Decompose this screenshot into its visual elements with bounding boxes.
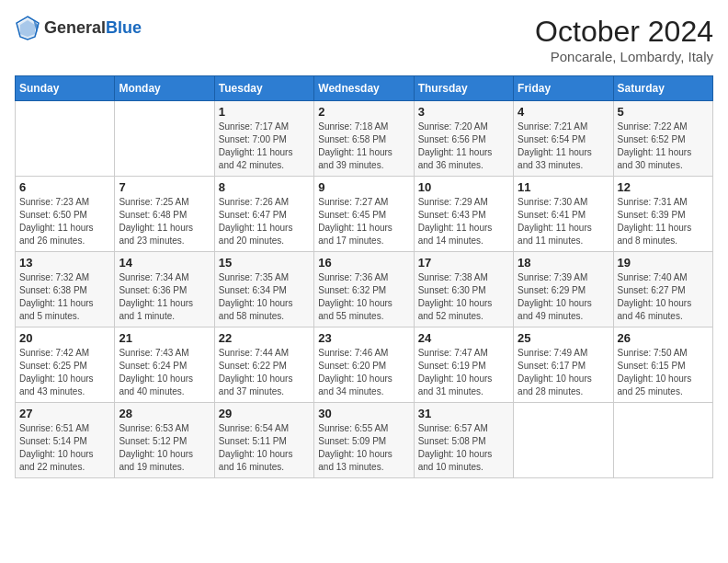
calendar-cell: 1Sunrise: 7:17 AM Sunset: 7:00 PM Daylig… [214, 101, 313, 177]
col-monday: Monday [115, 76, 214, 101]
day-number: 27 [19, 407, 110, 420]
title-area: October 2024 Poncarale, Lombardy, Italy [535, 15, 713, 64]
logo-icon [15, 15, 40, 40]
day-number: 9 [318, 180, 409, 194]
day-info: Sunrise: 7:25 AM Sunset: 6:48 PM Dayligh… [119, 196, 210, 247]
day-info: Sunrise: 7:18 AM Sunset: 6:58 PM Dayligh… [318, 121, 409, 172]
day-number: 11 [518, 180, 609, 194]
calendar-cell: 5Sunrise: 7:22 AM Sunset: 6:52 PM Daylig… [613, 101, 712, 177]
location-title: Poncarale, Lombardy, Italy [535, 49, 713, 64]
calendar-cell: 10Sunrise: 7:29 AM Sunset: 6:43 PM Dayli… [414, 177, 513, 252]
calendar-cell: 2Sunrise: 7:18 AM Sunset: 6:58 PM Daylig… [314, 101, 414, 177]
day-number: 2 [318, 105, 409, 119]
day-number: 21 [119, 331, 210, 345]
day-info: Sunrise: 7:44 AM Sunset: 6:22 PM Dayligh… [219, 347, 310, 398]
day-info: Sunrise: 7:34 AM Sunset: 6:36 PM Dayligh… [119, 271, 210, 323]
col-friday: Friday [514, 76, 613, 101]
day-info: Sunrise: 7:32 AM Sunset: 6:38 PM Dayligh… [19, 271, 110, 323]
day-number: 25 [518, 331, 609, 345]
day-info: Sunrise: 7:47 AM Sunset: 6:19 PM Dayligh… [418, 347, 509, 398]
calendar-week-row: 6Sunrise: 7:23 AM Sunset: 6:50 PM Daylig… [16, 177, 713, 252]
day-info: Sunrise: 6:53 AM Sunset: 5:12 PM Dayligh… [119, 422, 210, 474]
calendar-header: Sunday Monday Tuesday Wednesday Thursday… [16, 76, 713, 101]
calendar-cell: 17Sunrise: 7:38 AM Sunset: 6:30 PM Dayli… [414, 252, 513, 327]
calendar-cell: 7Sunrise: 7:25 AM Sunset: 6:48 PM Daylig… [115, 177, 214, 252]
day-number: 7 [119, 180, 210, 194]
day-info: Sunrise: 6:55 AM Sunset: 5:09 PM Dayligh… [318, 422, 409, 474]
day-info: Sunrise: 7:43 AM Sunset: 6:24 PM Dayligh… [119, 347, 210, 398]
calendar-cell: 12Sunrise: 7:31 AM Sunset: 6:39 PM Dayli… [613, 177, 712, 252]
day-number: 22 [219, 331, 310, 345]
day-info: Sunrise: 6:54 AM Sunset: 5:11 PM Dayligh… [219, 422, 310, 474]
logo-general: General [44, 18, 106, 37]
day-number: 17 [418, 256, 509, 270]
col-sunday: Sunday [16, 76, 115, 101]
day-info: Sunrise: 7:35 AM Sunset: 6:34 PM Dayligh… [219, 271, 310, 323]
calendar-cell: 15Sunrise: 7:35 AM Sunset: 6:34 PM Dayli… [214, 252, 313, 327]
day-number: 16 [318, 256, 409, 270]
calendar-cell: 3Sunrise: 7:20 AM Sunset: 6:56 PM Daylig… [414, 101, 513, 177]
header-row: Sunday Monday Tuesday Wednesday Thursday… [16, 76, 713, 101]
calendar-table: Sunday Monday Tuesday Wednesday Thursday… [15, 75, 713, 478]
day-info: Sunrise: 7:26 AM Sunset: 6:47 PM Dayligh… [219, 196, 310, 247]
day-number: 5 [618, 105, 709, 119]
day-number: 29 [219, 407, 310, 420]
page-header: GeneralBlue October 2024 Poncarale, Lomb… [15, 15, 713, 64]
calendar-body: 1Sunrise: 7:17 AM Sunset: 7:00 PM Daylig… [16, 101, 713, 478]
day-number: 23 [318, 331, 409, 345]
logo-text: GeneralBlue [44, 18, 142, 38]
day-number: 3 [418, 105, 509, 119]
calendar-cell: 8Sunrise: 7:26 AM Sunset: 6:47 PM Daylig… [214, 177, 313, 252]
calendar-cell: 14Sunrise: 7:34 AM Sunset: 6:36 PM Dayli… [115, 252, 214, 327]
calendar-cell: 18Sunrise: 7:39 AM Sunset: 6:29 PM Dayli… [514, 252, 613, 327]
calendar-cell: 26Sunrise: 7:50 AM Sunset: 6:15 PM Dayli… [613, 327, 712, 403]
calendar-cell: 22Sunrise: 7:44 AM Sunset: 6:22 PM Dayli… [214, 327, 313, 403]
day-number: 12 [618, 180, 709, 194]
day-number: 24 [418, 331, 509, 345]
logo: GeneralBlue [15, 15, 142, 40]
calendar-cell [613, 403, 712, 478]
calendar-cell: 9Sunrise: 7:27 AM Sunset: 6:45 PM Daylig… [314, 177, 414, 252]
calendar-week-row: 20Sunrise: 7:42 AM Sunset: 6:25 PM Dayli… [16, 327, 713, 403]
day-number: 8 [219, 180, 310, 194]
day-info: Sunrise: 7:40 AM Sunset: 6:27 PM Dayligh… [618, 271, 709, 323]
day-number: 10 [418, 180, 509, 194]
day-number: 26 [618, 331, 709, 345]
col-thursday: Thursday [414, 76, 513, 101]
calendar-week-row: 1Sunrise: 7:17 AM Sunset: 7:00 PM Daylig… [16, 101, 713, 177]
day-info: Sunrise: 7:30 AM Sunset: 6:41 PM Dayligh… [518, 196, 609, 247]
month-title: October 2024 [535, 15, 713, 49]
calendar-cell: 16Sunrise: 7:36 AM Sunset: 6:32 PM Dayli… [314, 252, 414, 327]
calendar-cell: 4Sunrise: 7:21 AM Sunset: 6:54 PM Daylig… [514, 101, 613, 177]
day-info: Sunrise: 7:49 AM Sunset: 6:17 PM Dayligh… [518, 347, 609, 398]
calendar-cell: 11Sunrise: 7:30 AM Sunset: 6:41 PM Dayli… [514, 177, 613, 252]
day-info: Sunrise: 7:31 AM Sunset: 6:39 PM Dayligh… [618, 196, 709, 247]
day-info: Sunrise: 6:51 AM Sunset: 5:14 PM Dayligh… [19, 422, 110, 474]
day-info: Sunrise: 7:20 AM Sunset: 6:56 PM Dayligh… [418, 121, 509, 172]
day-info: Sunrise: 7:22 AM Sunset: 6:52 PM Dayligh… [618, 121, 709, 172]
day-number: 4 [518, 105, 609, 119]
day-number: 15 [219, 256, 310, 270]
day-info: Sunrise: 7:21 AM Sunset: 6:54 PM Dayligh… [518, 121, 609, 172]
calendar-cell: 20Sunrise: 7:42 AM Sunset: 6:25 PM Dayli… [16, 327, 115, 403]
calendar-cell: 6Sunrise: 7:23 AM Sunset: 6:50 PM Daylig… [16, 177, 115, 252]
calendar-cell: 28Sunrise: 6:53 AM Sunset: 5:12 PM Dayli… [115, 403, 214, 478]
day-info: Sunrise: 7:23 AM Sunset: 6:50 PM Dayligh… [19, 196, 110, 247]
day-info: Sunrise: 7:39 AM Sunset: 6:29 PM Dayligh… [518, 271, 609, 323]
calendar-cell: 19Sunrise: 7:40 AM Sunset: 6:27 PM Dayli… [613, 252, 712, 327]
calendar-week-row: 13Sunrise: 7:32 AM Sunset: 6:38 PM Dayli… [16, 252, 713, 327]
day-number: 18 [518, 256, 609, 270]
day-number: 30 [318, 407, 409, 420]
day-info: Sunrise: 7:38 AM Sunset: 6:30 PM Dayligh… [418, 271, 509, 323]
day-number: 19 [618, 256, 709, 270]
col-wednesday: Wednesday [314, 76, 414, 101]
day-number: 1 [219, 105, 310, 119]
calendar-cell: 25Sunrise: 7:49 AM Sunset: 6:17 PM Dayli… [514, 327, 613, 403]
day-info: Sunrise: 7:27 AM Sunset: 6:45 PM Dayligh… [318, 196, 409, 247]
col-tuesday: Tuesday [214, 76, 313, 101]
day-number: 31 [418, 407, 509, 420]
day-info: Sunrise: 7:42 AM Sunset: 6:25 PM Dayligh… [19, 347, 110, 398]
logo-blue: Blue [106, 18, 142, 37]
calendar-cell: 21Sunrise: 7:43 AM Sunset: 6:24 PM Dayli… [115, 327, 214, 403]
day-number: 13 [19, 256, 110, 270]
